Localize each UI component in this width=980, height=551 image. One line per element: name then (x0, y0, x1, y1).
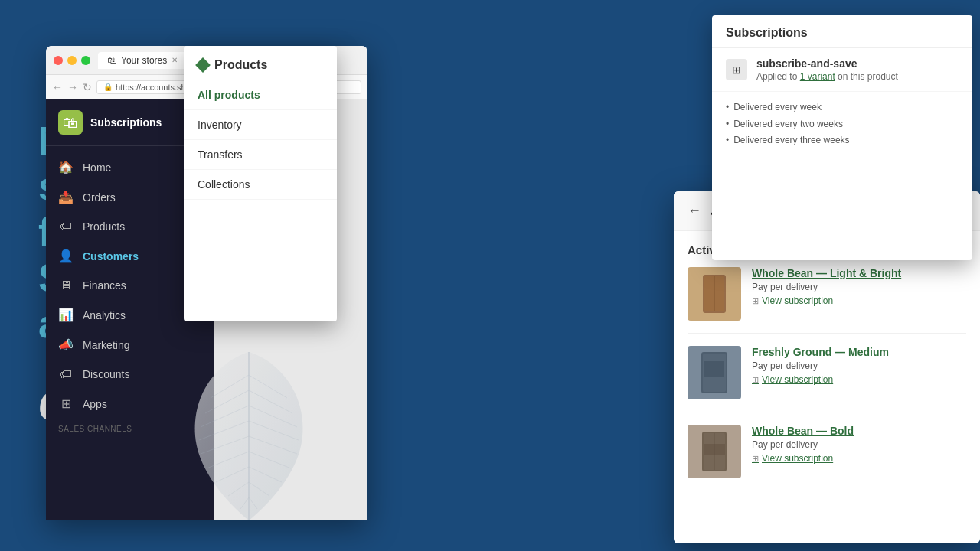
forward-button[interactable]: → (67, 81, 78, 93)
close-traffic-light[interactable] (54, 56, 63, 65)
orders-icon: 📥 (58, 190, 74, 204)
products-panel-title: Products (198, 58, 323, 72)
bullet-1: • Delivered every week (726, 99, 959, 116)
customers-icon: 👤 (58, 249, 74, 263)
product-sub-item-2: Freshly Ground — Medium Pay per delivery… (688, 346, 966, 412)
panel-transfers[interactable]: Transfers (184, 140, 337, 170)
back-button[interactable]: ← (52, 81, 63, 93)
panel-collections[interactable]: Collections (184, 170, 337, 200)
reload-button[interactable]: ↻ (83, 81, 92, 93)
products-panel-header: Products (184, 46, 337, 80)
product-delivery-3: Pay per delivery (752, 439, 966, 450)
bullet-icon-2: • (726, 116, 729, 133)
view-sub-icon-3: ⊞ (752, 454, 759, 464)
traffic-lights (54, 56, 90, 65)
product-info-3: Whole Bean — Bold Pay per delivery ⊞ Vie… (752, 425, 966, 464)
back-arrow-button[interactable]: ← (688, 203, 701, 219)
subscribe-icon: ⊞ (726, 59, 747, 80)
view-subscription-link-3[interactable]: ⊞ View subscription (752, 453, 966, 464)
customer-content: Active product subscriptions Whole Bean … (674, 231, 980, 540)
minimize-traffic-light[interactable] (67, 56, 77, 65)
view-subscription-link-2[interactable]: ⊞ View subscription (752, 374, 966, 385)
view-subscription-link-1[interactable]: ⊞ View subscription (752, 295, 966, 306)
svg-rect-31 (704, 444, 725, 455)
bullet-icon-3: • (726, 132, 729, 149)
subscription-item: ⊞ subscribe-and-save Applied to 1 varian… (712, 48, 972, 92)
product-thumb-2 (688, 346, 741, 399)
view-sub-icon-1: ⊞ (752, 296, 759, 306)
bullet-3: • Delivered every three weeks (726, 132, 959, 149)
discounts-icon: 🏷 (58, 367, 74, 381)
product-thumb-3 (688, 425, 741, 478)
bullet-2: • Delivered every two weeks (726, 116, 959, 133)
subscriptions-panel: Subscriptions ⊞ subscribe-and-save Appli… (712, 15, 972, 260)
product-sub-item-3: Whole Bean — Bold Pay per delivery ⊞ Vie… (688, 425, 966, 491)
variant-link[interactable]: 1 variant (800, 71, 835, 82)
products-diamond-icon (195, 57, 211, 73)
shopify-logo-icon: 🛍 (63, 114, 78, 132)
product-sub-item-1: Whole Bean — Light & Bright Pay per deli… (688, 267, 966, 334)
product-delivery-2: Pay per delivery (752, 360, 966, 371)
subscriptions-panel-header: Subscriptions (712, 15, 972, 48)
maximize-traffic-light[interactable] (81, 56, 90, 65)
product-thumb-1 (688, 267, 741, 321)
products-icon: 🏷 (58, 220, 74, 233)
products-panel: Products All products Inventory Transfer… (184, 46, 337, 321)
subscribe-grid-icon: ⊞ (732, 64, 741, 76)
svg-rect-26 (704, 361, 724, 377)
product-delivery-1: Pay per delivery (752, 282, 966, 292)
subscription-bullets: • Delivered every week • Delivered every… (712, 92, 972, 157)
subscription-description: Applied to 1 variant on this product (756, 71, 898, 82)
panel-all-products[interactable]: All products (184, 80, 337, 110)
product-info-2: Freshly Ground — Medium Pay per delivery… (752, 346, 966, 385)
product-name-link-2[interactable]: Freshly Ground — Medium (752, 346, 966, 358)
marketing-icon: 📣 (58, 337, 74, 352)
home-icon: 🏠 (58, 160, 74, 174)
product-info-1: Whole Bean — Light & Bright Pay per deli… (752, 267, 966, 306)
feather-decoration (184, 344, 314, 528)
apps-icon: ⊞ (58, 396, 74, 411)
finances-icon: 🖥 (58, 279, 74, 292)
browser-tab[interactable]: 🛍 Your stores ✕ (98, 52, 187, 69)
analytics-icon: 📊 (58, 308, 74, 322)
panel-inventory[interactable]: Inventory (184, 110, 337, 140)
sidebar-store-name: Subscriptions (90, 116, 162, 129)
bullet-icon-1: • (726, 99, 729, 116)
shopify-logo: 🛍 (58, 110, 83, 135)
lock-icon: 🔒 (103, 83, 113, 91)
product-name-link-1[interactable]: Whole Bean — Light & Bright (752, 267, 966, 279)
tab-close-icon[interactable]: ✕ (172, 56, 178, 64)
product-name-link-3[interactable]: Whole Bean — Bold (752, 425, 966, 437)
subscription-details: subscribe-and-save Applied to 1 variant … (756, 57, 898, 82)
view-sub-icon-2: ⊞ (752, 375, 759, 385)
